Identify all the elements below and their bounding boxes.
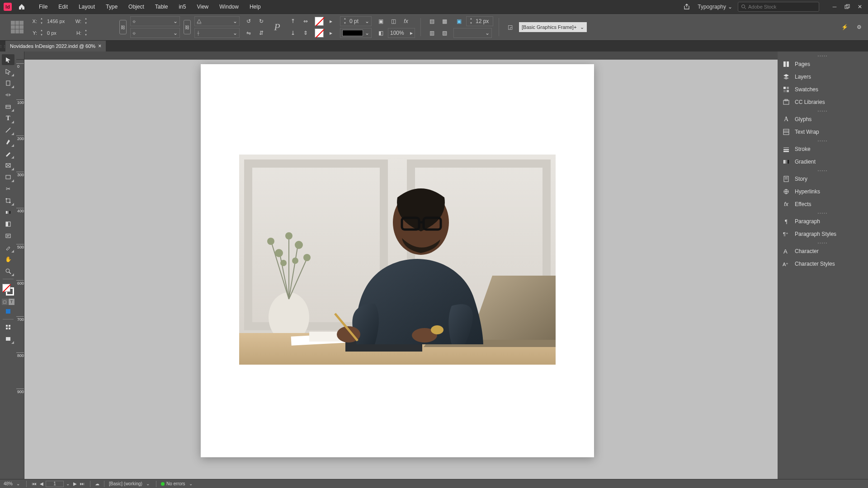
gear-icon[interactable]: ⚙ xyxy=(854,22,864,33)
minimize-button[interactable]: ─ xyxy=(830,2,839,11)
panel-paragraph[interactable]: ¶Paragraph xyxy=(778,215,868,228)
panel-grip[interactable]: ▪▪▪▪▪ xyxy=(778,138,868,143)
menu-help[interactable]: Help xyxy=(244,1,266,13)
pencil-tool[interactable] xyxy=(2,148,14,159)
sync-icon[interactable]: ☁ xyxy=(95,481,99,486)
menu-file[interactable]: File xyxy=(33,1,53,13)
x-stepper[interactable]: ▲▼ xyxy=(39,17,44,26)
status-field[interactable]: [Basic] (working)⌄ xyxy=(109,481,151,486)
preflight-field[interactable]: No errors⌄ xyxy=(161,481,194,486)
constrain-wh-icon[interactable]: ⛓ xyxy=(119,20,127,34)
flip-v-icon[interactable]: ⇵ xyxy=(256,28,267,38)
panel-gradient[interactable]: Gradient xyxy=(778,155,868,168)
apply-color-icon[interactable] xyxy=(2,306,14,317)
corner-size-dropdown[interactable]: ▲▼12 px xyxy=(466,16,493,26)
color-mode-row[interactable]: ▢T xyxy=(2,299,14,305)
panel-grip[interactable]: ▪▪▪▪▪ xyxy=(778,240,868,245)
corner-options-icon[interactable]: ▣ xyxy=(453,16,464,27)
y-input[interactable] xyxy=(46,28,71,38)
rectangle-tool[interactable] xyxy=(2,172,14,183)
panel-textwrap[interactable]: Text Wrap xyxy=(778,126,868,138)
menu-in5[interactable]: in5 xyxy=(173,1,191,13)
fx-icon[interactable]: fx xyxy=(401,16,411,27)
menu-object[interactable]: Object xyxy=(123,1,150,13)
fill-stroke-swatches[interactable] xyxy=(2,283,14,296)
menu-window[interactable]: Window xyxy=(214,1,244,13)
wrap-jump-icon[interactable]: ▥ xyxy=(426,28,437,38)
x-input[interactable] xyxy=(46,17,71,26)
stroke-swatch[interactable] xyxy=(315,28,324,38)
screen-mode-grid-icon[interactable] xyxy=(2,322,14,333)
line-tool[interactable] xyxy=(2,125,14,136)
stroke-menu-icon[interactable]: ▸ xyxy=(326,28,336,38)
h-stepper[interactable]: ▲▼ xyxy=(83,28,89,38)
panel-grip[interactable]: ▪▪▪▪▪ xyxy=(778,168,868,173)
panel-grip[interactable]: ▪▪▪▪▪ xyxy=(778,53,868,58)
object-style-select[interactable]: [Basic Graphics Frame]+ ⌄ xyxy=(519,22,587,32)
fit-frame-icon[interactable]: ◫ xyxy=(388,16,399,27)
share-icon[interactable] xyxy=(681,1,692,12)
rectangle-frame-tool[interactable] xyxy=(2,160,14,171)
panel-cc[interactable]: CC Libraries xyxy=(778,96,868,108)
ruler-origin[interactable] xyxy=(16,52,24,60)
gradient-feather-tool[interactable] xyxy=(2,219,14,230)
page-tool[interactable] xyxy=(2,78,14,89)
panel-cstyles[interactable]: A⁺Character Styles xyxy=(778,258,868,270)
shear-dropdown[interactable]: ⟊⌄ xyxy=(194,28,240,38)
scale-x-dropdown[interactable]: ⟐⌄ xyxy=(130,16,180,26)
type-tool[interactable]: T xyxy=(2,113,14,124)
wrap-none-icon[interactable]: ▤ xyxy=(426,16,437,27)
menu-layout[interactable]: Layout xyxy=(73,1,100,13)
home-icon[interactable] xyxy=(17,2,26,11)
align-hcenter-icon[interactable]: ⇔ xyxy=(300,16,311,27)
tab-handle-icon[interactable]: ⋮⋮ xyxy=(0,41,5,52)
h-input[interactable] xyxy=(90,28,116,38)
panel-swatches[interactable]: Swatches xyxy=(778,83,868,96)
hand-tool[interactable]: ✋ xyxy=(2,254,14,265)
align-bottom-icon[interactable]: ⤓ xyxy=(288,28,298,38)
page-input[interactable] xyxy=(46,481,64,487)
y-stepper[interactable]: ▲▼ xyxy=(39,28,44,38)
flip-h-icon[interactable]: ⇋ xyxy=(243,28,254,38)
gap-tool[interactable] xyxy=(2,89,14,100)
document-tab[interactable]: Novidades InDesign 2022.indd @ 60% × xyxy=(5,41,106,52)
align-vcenter-icon[interactable]: ⇕ xyxy=(300,28,311,38)
opacity-icon[interactable]: ◧ xyxy=(375,28,386,38)
menu-type[interactable]: Type xyxy=(100,1,123,13)
w-input[interactable] xyxy=(90,17,116,26)
pen-tool[interactable] xyxy=(2,136,14,147)
stock-search[interactable] xyxy=(738,2,819,12)
panel-grip[interactable]: ▪▪▪▪▪ xyxy=(778,108,868,113)
panel-pages[interactable]: Pages xyxy=(778,58,868,70)
rotate-ccw-icon[interactable]: ↺ xyxy=(243,16,254,27)
stroke-style-dropdown[interactable]: ⌄ xyxy=(340,28,372,38)
panel-effects[interactable]: fxEffects xyxy=(778,198,868,211)
menu-edit[interactable]: Edit xyxy=(53,1,73,13)
close-button[interactable]: ✕ xyxy=(855,2,864,11)
panel-hyperlinks[interactable]: Hyperlinks xyxy=(778,185,868,198)
panel-stroke[interactable]: Stroke xyxy=(778,143,868,155)
menu-view[interactable]: View xyxy=(191,1,214,13)
canvas[interactable] xyxy=(24,60,778,479)
screen-mode-icon[interactable] xyxy=(2,333,14,344)
page-navigator[interactable]: ⏮ ◀ ⌄ ▶ ⏭ xyxy=(31,481,85,487)
panel-grip[interactable]: ▪▪▪▪▪ xyxy=(778,211,868,215)
panel-glyphs[interactable]: AGlyphs xyxy=(778,113,868,126)
zoom-field[interactable]: 48%⌄ xyxy=(4,481,22,486)
scale-y-dropdown[interactable]: ⟐⌄ xyxy=(130,28,180,38)
reference-point-grid[interactable] xyxy=(11,21,24,33)
panel-pstyles[interactable]: ¶⁺Paragraph Styles xyxy=(778,228,868,240)
corner-shape-dropdown[interactable]: ⌄ xyxy=(453,28,492,38)
placed-image[interactable] xyxy=(239,155,556,365)
menu-table[interactable]: Table xyxy=(150,1,174,13)
close-tab-icon[interactable]: × xyxy=(98,43,101,49)
scissors-tool[interactable]: ✂ xyxy=(2,183,14,194)
bolt-icon[interactable]: ⚡ xyxy=(839,22,850,33)
first-page-icon[interactable]: ⏮ xyxy=(31,481,38,486)
selection-tool[interactable] xyxy=(2,54,14,65)
opacity-dropdown[interactable]: 100%▸ xyxy=(388,28,415,38)
panel-character[interactable]: ACharacter xyxy=(778,245,868,258)
prev-page-icon[interactable]: ◀ xyxy=(38,481,45,486)
autofit-icon[interactable]: ▣ xyxy=(375,16,386,27)
fill-menu-icon[interactable]: ▸ xyxy=(326,16,336,27)
